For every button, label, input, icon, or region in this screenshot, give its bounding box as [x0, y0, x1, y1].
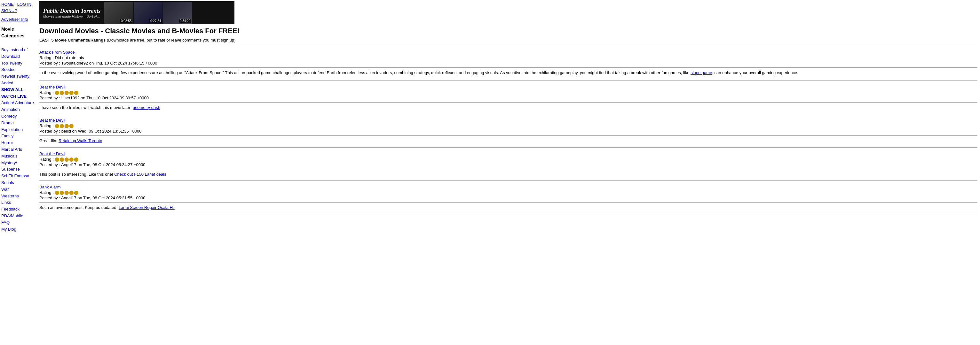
banner-thumb-3[interactable]: 0:34:29	[163, 2, 192, 24]
sidebar-nav-link[interactable]: My Blog	[1, 226, 35, 233]
sidebar-nav-link[interactable]: Action/ Adventure	[1, 100, 35, 106]
sidebar-nav-link[interactable]: Comedy	[1, 113, 35, 120]
sidebar-nav-link[interactable]: FAQ	[1, 220, 35, 226]
banner-thumb-1[interactable]: 0:08:55	[104, 2, 133, 24]
comment-link[interactable]: slope game	[690, 70, 712, 75]
sidebar-nav-link[interactable]: SHOW ALL	[1, 87, 35, 93]
comment-text: In the ever-evolving world of online gam…	[39, 70, 977, 76]
star-icon: ⬤	[74, 190, 79, 195]
sidebar-nav-link[interactable]: Westerns	[1, 193, 35, 199]
main-content: Public Domain Torrents Movies that made …	[37, 0, 980, 345]
star-icon: ⬤	[55, 190, 59, 195]
sidebar-nav-link[interactable]: Musicals	[1, 153, 35, 160]
comment-posted-by: Posted by : Twoultaidne92 on Thu, 10 Oct…	[39, 61, 977, 65]
sidebar-nav-link[interactable]: Buy instead of Download	[1, 47, 35, 60]
sidebar-nav-link[interactable]: Links	[1, 199, 35, 206]
sidebar: HOME LOG IN SIGNUP Advertiser Info Movie…	[0, 0, 37, 345]
comment-rating: Rating : ⬤⬤⬤⬤	[39, 123, 977, 128]
comment-block: Bank AlarmRating : ⬤⬤⬤⬤⬤Posted by : Ange…	[39, 183, 977, 212]
star-icon: ⬤	[55, 123, 59, 128]
star-icon: ⬤	[55, 157, 59, 161]
thumb-duration-3: 0:34:29	[179, 19, 191, 23]
comment-link[interactable]: geometry dash	[133, 105, 160, 110]
sidebar-nav-link[interactable]: Family	[1, 133, 35, 139]
banner-title: Public Domain Torrents	[43, 8, 100, 14]
page-title: Download Movies - Classic Movies and B-M…	[39, 27, 977, 35]
sidebar-nav-link[interactable]: Feedback	[1, 206, 35, 213]
comment-text: This post is so interesting. Like this o…	[39, 171, 977, 177]
star-icon: ⬤	[74, 157, 79, 161]
sidebar-nav-link[interactable]: Drama	[1, 120, 35, 127]
comments-container: Attack From SpaceRating : Did not rate t…	[39, 46, 977, 214]
sidebar-nav-link[interactable]: WATCH LIVE	[1, 93, 35, 100]
star-icon: ⬤	[64, 157, 69, 161]
signup-link[interactable]: SIGNUP	[1, 8, 17, 13]
sidebar-nav-link[interactable]: Newest Twenty Added	[1, 73, 35, 87]
comment-text: Such an awesome post. Keep us updated! L…	[39, 204, 977, 211]
inner-divider	[39, 135, 977, 136]
banner-thumbnails: 0:08:55 0:27:54 0:34:29	[104, 2, 192, 24]
comment-block: Attack From SpaceRating : Did not rate t…	[39, 48, 977, 79]
advertiser-link[interactable]: Advertiser Info	[1, 17, 28, 22]
comment-posted-by: Posted by : Liser1992 on Thu, 10 Oct 202…	[39, 95, 977, 100]
comment-movie-link[interactable]: Beat the Devil	[39, 118, 977, 123]
comment-divider	[39, 114, 977, 114]
comment-posted-by: Posted by : bellid on Wed, 09 Oct 2024 1…	[39, 129, 977, 133]
banner-text: Public Domain Torrents Movies that made …	[39, 5, 104, 21]
sidebar-nav-link[interactable]: Mystery/ Suspense	[1, 160, 35, 173]
comment-rating: Rating : ⬤⬤⬤⬤⬤	[39, 157, 977, 161]
banner: Public Domain Torrents Movies that made …	[39, 1, 234, 24]
home-link[interactable]: HOME	[1, 2, 14, 7]
star-icon: ⬤	[55, 90, 59, 95]
comment-link[interactable]: Lanai Screen Repair Ocala FL	[119, 205, 175, 210]
sidebar-nav-link[interactable]: Top Twenty Seeded	[1, 60, 35, 73]
comment-divider	[39, 46, 977, 46]
star-icon: ⬤	[74, 90, 79, 95]
thumb-duration-2: 0:27:54	[150, 19, 162, 23]
comment-link[interactable]: Retaining Walls Toronto	[59, 138, 102, 143]
thumb-duration-1: 0:08:55	[120, 19, 132, 23]
inner-divider	[39, 169, 977, 169]
sidebar-nav-link[interactable]: Serials	[1, 179, 35, 186]
comment-movie-link[interactable]: Attack From Space	[39, 50, 977, 55]
sidebar-nav-link[interactable]: Sci-Fi/ Fantasy	[1, 173, 35, 179]
star-icon: ⬤	[69, 90, 74, 95]
sidebar-nav-link[interactable]: War	[1, 186, 35, 193]
comment-rating: Rating : ⬤⬤⬤⬤⬤	[39, 190, 977, 195]
comment-movie-link[interactable]: Bank Alarm	[39, 185, 977, 190]
login-link[interactable]: LOG IN	[17, 2, 31, 7]
comment-divider	[39, 180, 977, 181]
comment-movie-link[interactable]: Beat the Devil	[39, 85, 977, 89]
final-divider	[39, 214, 977, 214]
comment-text: Great film Retaining Walls Toronto	[39, 138, 977, 144]
star-icon: ⬤	[64, 123, 69, 128]
sidebar-nav-link[interactable]: Martial Arts	[1, 146, 35, 153]
comment-block: Beat the DevilRating : ⬤⬤⬤⬤⬤Posted by : …	[39, 83, 977, 112]
nav-links: Buy instead of DownloadTop Twenty Seeded…	[1, 47, 35, 233]
sidebar-nav-link[interactable]: Animation	[1, 106, 35, 113]
last5-header: LAST 5 Movie Comments/Ratings (Downloads…	[39, 38, 977, 43]
sidebar-nav-link[interactable]: Exploitation	[1, 127, 35, 133]
comment-rating: Rating : Did not rate this	[39, 55, 977, 60]
comment-divider	[39, 81, 977, 81]
comment-block: Beat the DevilRating : ⬤⬤⬤⬤⬤Posted by : …	[39, 149, 977, 179]
banner-thumb-2[interactable]: 0:27:54	[134, 2, 162, 24]
comment-link[interactable]: Check out F150 Lariat deals	[114, 172, 166, 177]
star-icon: ⬤	[69, 190, 74, 195]
comment-movie-link[interactable]: Beat the Devil	[39, 152, 977, 156]
comment-posted-by: Posted by : Angel17 on Tue, 08 Oct 2024 …	[39, 162, 977, 167]
comment-text: I have seen the trailer, i will watch th…	[39, 104, 977, 111]
star-icon: ⬤	[69, 157, 74, 161]
comment-block: Beat the DevilRating : ⬤⬤⬤⬤Posted by : b…	[39, 116, 977, 146]
star-icon: ⬤	[64, 90, 69, 95]
advertiser-info: Advertiser Info	[1, 16, 35, 23]
last5-label: LAST 5 Movie Comments/Ratings	[39, 38, 105, 43]
star-icon: ⬤	[69, 123, 74, 128]
banner-subtitle: Movies that made History....Sort of...	[43, 14, 100, 18]
star-icon: ⬤	[59, 190, 64, 195]
sidebar-nav-link[interactable]: PDA/Mobile	[1, 213, 35, 220]
star-icon: ⬤	[59, 90, 64, 95]
comment-rating: Rating : ⬤⬤⬤⬤⬤	[39, 90, 977, 95]
sidebar-nav-link[interactable]: Horror	[1, 139, 35, 146]
inner-divider	[39, 102, 977, 103]
